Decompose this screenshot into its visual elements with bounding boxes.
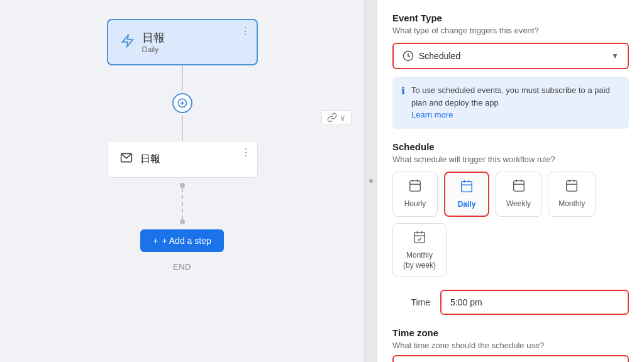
schedule-options-grid: Hourly Daily bbox=[392, 172, 629, 278]
schedule-option-monthly[interactable]: Monthly bbox=[548, 172, 596, 217]
schedule-subtitle: What schedule will trigger this workflow… bbox=[392, 155, 629, 164]
schedule-section: Schedule What schedule will trigger this… bbox=[392, 141, 629, 278]
collapse-button[interactable]: ∨ bbox=[321, 110, 352, 125]
time-input[interactable] bbox=[440, 290, 629, 315]
add-step-button[interactable]: + + Add a step bbox=[140, 229, 223, 252]
trigger-node-title: 日報 bbox=[142, 30, 165, 45]
event-type-dropdown[interactable]: Scheduled ▼ bbox=[392, 43, 629, 69]
info-text-content: To use scheduled events, you must subscr… bbox=[411, 84, 620, 121]
schedule-option-hourly[interactable]: Hourly bbox=[392, 172, 438, 217]
schedule-title: Schedule bbox=[392, 141, 629, 152]
left-panel: 日報 Daily ⋮ ∨ 日報 bbox=[0, 0, 365, 362]
event-type-select-left: Scheduled bbox=[402, 50, 460, 62]
event-type-section: Event Type What type of change triggers … bbox=[392, 13, 629, 69]
connector-line-2 bbox=[182, 116, 183, 141]
timezone-dropdown[interactable]: (GMT+09:00) Tokyo Standard Time ▼ bbox=[392, 355, 629, 362]
info-icon: ℹ bbox=[401, 85, 405, 97]
dot-connector bbox=[180, 183, 185, 188]
trigger-icon bbox=[121, 34, 135, 51]
timezone-subtitle: What time zone should the schedule use? bbox=[392, 341, 629, 350]
schedule-option-monthly-week[interactable]: Monthly(by week) bbox=[392, 223, 447, 277]
end-label: END bbox=[173, 262, 191, 272]
event-type-subtitle: What type of change triggers this event? bbox=[392, 26, 629, 35]
monthly-week-icon bbox=[413, 230, 426, 247]
action-icon bbox=[120, 151, 133, 167]
panel-divider[interactable] bbox=[365, 0, 377, 362]
time-section: Time bbox=[392, 290, 629, 315]
action-node-text: 日報 bbox=[140, 153, 160, 166]
svg-rect-8 bbox=[410, 180, 421, 191]
learn-more-link[interactable]: Learn more bbox=[411, 110, 453, 119]
timezone-title: Time zone bbox=[392, 327, 629, 338]
svg-point-6 bbox=[369, 179, 373, 183]
daily-label: Daily bbox=[458, 200, 476, 210]
info-box: ℹ To use scheduled events, you must subs… bbox=[392, 77, 629, 129]
action-node[interactable]: 日報 ⋮ bbox=[107, 141, 258, 178]
schedule-option-daily[interactable]: Daily bbox=[444, 172, 489, 217]
monthly-label: Monthly bbox=[558, 199, 585, 209]
add-step-label: + Add a step bbox=[162, 236, 211, 246]
svg-rect-24 bbox=[414, 233, 425, 243]
monthly-week-label: Monthly(by week) bbox=[403, 251, 436, 270]
trigger-node-menu[interactable]: ⋮ bbox=[240, 25, 250, 37]
event-type-title: Event Type bbox=[392, 13, 629, 23]
weekly-label: Weekly bbox=[506, 199, 531, 209]
collapse-chevron: ∨ bbox=[340, 113, 346, 123]
trigger-node[interactable]: 日報 Daily ⋮ bbox=[107, 19, 258, 65]
add-step-plus: + bbox=[153, 236, 158, 246]
dashed-line bbox=[182, 188, 183, 219]
dot-connector-2 bbox=[180, 219, 185, 224]
action-node-menu[interactable]: ⋮ bbox=[241, 146, 251, 158]
event-type-value: Scheduled bbox=[419, 51, 460, 61]
trigger-node-text: 日報 Daily bbox=[142, 30, 165, 54]
trigger-node-subtitle: Daily bbox=[142, 45, 159, 54]
action-node-title: 日報 bbox=[140, 153, 160, 164]
svg-marker-0 bbox=[122, 35, 133, 46]
connector-line-1 bbox=[182, 65, 183, 90]
hourly-label: Hourly bbox=[404, 199, 426, 209]
timezone-section: Time zone What time zone should the sche… bbox=[392, 327, 629, 362]
daily-icon bbox=[460, 179, 474, 196]
svg-rect-16 bbox=[513, 180, 524, 191]
info-message: To use scheduled events, you must subscr… bbox=[411, 85, 610, 107]
svg-rect-20 bbox=[567, 180, 577, 191]
schedule-option-weekly[interactable]: Weekly bbox=[496, 172, 541, 217]
svg-rect-12 bbox=[462, 181, 472, 192]
right-panel: Event Type What type of change triggers … bbox=[377, 0, 644, 362]
weekly-icon bbox=[512, 178, 526, 195]
event-type-chevron: ▼ bbox=[611, 52, 619, 60]
add-step-circle[interactable] bbox=[172, 93, 192, 113]
hourly-icon bbox=[408, 178, 422, 195]
monthly-icon bbox=[565, 178, 579, 195]
time-label: Time bbox=[392, 297, 430, 307]
clock-icon bbox=[402, 50, 414, 62]
